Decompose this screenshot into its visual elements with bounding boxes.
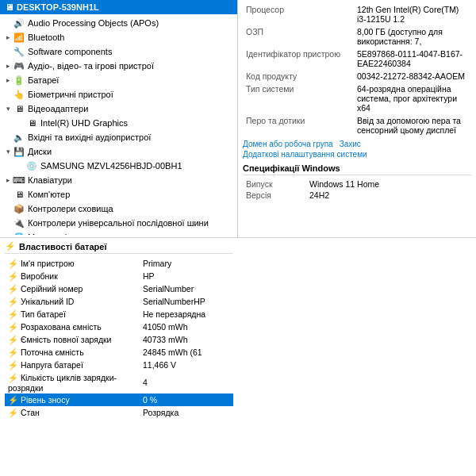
expand-arrow-audio-video[interactable]: ▸	[3, 62, 13, 70]
info-value: 8,00 ГБ (доступно для використання: 7,	[354, 25, 471, 48]
battery-prop-value: Primary	[140, 257, 233, 270]
item-label-usb-ctrl: Контролери універсальної послідовної шин…	[28, 218, 237, 228]
battery-prop-value: 24845 mWh (61	[140, 346, 233, 359]
expand-arrow-bluetooth[interactable]: ▸	[3, 33, 13, 41]
info-value: 00342-21272-88342-AAОЕМ	[354, 70, 471, 83]
item-icon-audio-in-out: 🔈	[13, 131, 25, 144]
tree-item-audio-in-out[interactable]: 🔈 Вхідні та вихідні аудіопристрої	[0, 130, 237, 144]
battery-prop-label: ⚡ Виробник	[5, 270, 140, 282]
battery-property-row: ⚡ Тип батареї Не перезарядна	[5, 308, 233, 321]
item-icon-usb-ctrl: 🔌	[13, 217, 25, 229]
info-label: Код продукту	[243, 70, 354, 83]
battery-title: ⚡ Властивості батареї	[5, 241, 233, 254]
battery-row-icon: ⚡	[8, 335, 18, 344]
tree-item-audio-video[interactable]: ▸ 🎮 Аудіо-, відео- та ігрові пристрої	[0, 59, 237, 73]
battery-prop-value: 0 %	[140, 393, 233, 406]
item-icon-intel-uhd: 🖥	[25, 117, 38, 129]
expand-arrow-disks[interactable]: ▾	[3, 148, 13, 155]
battery-properties-panel: ⚡ Властивості батареї ⚡ Ім'я пристрою Pr…	[0, 238, 238, 476]
battery-property-row: ⚡ Ємність повної зарядки 40733 mWh	[5, 333, 233, 346]
battery-prop-value: 40733 mWh	[140, 333, 233, 346]
tree-item-disks[interactable]: ▾ 💾 Диски	[0, 144, 237, 159]
battery-property-row: ⚡ Виробник HP	[5, 270, 233, 282]
item-label-videoadapters: Відеоадаптери	[28, 104, 237, 113]
item-icon-keyboards: ⌨	[13, 174, 25, 186]
tree-item-bluetooth[interactable]: ▸ 📶 Bluetooth	[0, 30, 237, 44]
expand-arrow-batteries[interactable]: ▸	[3, 76, 13, 84]
computer-icon: 🖥	[5, 2, 13, 12]
battery-property-row: ⚡ Кількість циклів зарядки-розрядки 4	[5, 371, 233, 393]
battery-prop-label: ⚡ Ємність повної зарядки	[5, 333, 140, 346]
tree-item-keyboards[interactable]: ▸ ⌨ Клавіатури	[0, 173, 237, 187]
battery-prop-label: ⚡ Поточна ємність	[5, 346, 140, 359]
item-icon-audio-video: 🎮	[13, 60, 25, 72]
item-icon-disks: 💾	[13, 145, 25, 158]
battery-prop-value: 4	[140, 371, 233, 393]
item-label-computer: Комп'ютер	[28, 190, 237, 199]
tree-item-intel-uhd[interactable]: 🖥 Intel(R) UHD Graphics	[0, 116, 237, 130]
battery-property-row: ⚡ Розрахована ємність 41050 mWh	[5, 321, 233, 333]
battery-property-row: ⚡ Напруга батареї 11,466 V	[5, 359, 233, 371]
item-icon-samsung: 💿	[25, 159, 38, 172]
item-icon-biometric: 👆	[13, 88, 25, 101]
battery-title-icon: ⚡	[5, 241, 16, 251]
battery-row-icon: ⚡	[8, 284, 18, 294]
battery-prop-label: ⚡ Розрахована ємність	[5, 321, 140, 333]
tree-item-software[interactable]: 🔧 Software components	[0, 44, 237, 59]
tree-item-computer[interactable]: 🖥 Комп'ютер	[0, 187, 237, 202]
battery-row-icon: ⚡	[8, 347, 18, 357]
related-links-row[interactable]: Домен або робоча групаЗахис	[243, 140, 471, 148]
battery-prop-label: ⚡ Кількість циклів зарядки-розрядки	[5, 371, 140, 393]
battery-prop-value: 11,466 V	[140, 359, 233, 371]
item-label-bluetooth: Bluetooth	[28, 33, 237, 42]
expand-arrow-videoadapters[interactable]: ▾	[3, 105, 13, 113]
battery-prop-label: ⚡ Ім'я пристрою	[5, 257, 140, 270]
system-info-row: Ідентифікатор пристрою 5E897868-0111-404…	[243, 48, 471, 70]
tree-item-biometric[interactable]: 👆 Біометричні пристрої	[0, 87, 237, 102]
info-label: Ідентифікатор пристрою	[243, 48, 354, 70]
battery-prop-label: ⚡ Унікальний ID	[5, 295, 140, 308]
battery-property-row: ⚡ Стан Розрядка	[5, 406, 233, 419]
info-value: 5E897868-0111-4047-B167-EAE22460384	[354, 48, 471, 70]
battery-prop-label: ⚡ Тип батареї	[5, 308, 140, 321]
win-spec-value: 24H2	[306, 190, 471, 201]
windows-spec-title: Специфікації Windows	[243, 163, 471, 175]
tree-item-apo[interactable]: 🔊 Audio Processing Objects (APOs)	[0, 16, 237, 30]
battery-property-row: ⚡ Унікальний ID SerialNumberHP	[5, 295, 233, 308]
item-icon-batteries: 🔋	[13, 74, 25, 86]
expand-arrow-keyboards[interactable]: ▸	[3, 176, 13, 184]
battery-prop-label: ⚡ Рівень зносу	[5, 393, 140, 406]
battery-row-icon: ⚡	[8, 259, 18, 268]
win-spec-value: Windows 11 Home	[306, 178, 471, 190]
device-manager-titlebar: 🖥 DESKTOP-539NH1L	[0, 0, 237, 14]
battery-prop-value: HP	[140, 270, 233, 282]
related-link[interactable]: Захис	[340, 140, 361, 148]
info-value: 64-розрядна операційна система, прог арх…	[354, 83, 471, 114]
item-icon-videoadapters: 🖥	[13, 102, 25, 115]
system-info-row: Перо та дотики Ввід за допомогою пера та…	[243, 114, 471, 136]
battery-row-icon: ⚡	[8, 408, 18, 417]
windows-spec-section: Специфікації Windows Випуск Windows 11 H…	[243, 163, 471, 201]
tree-item-batteries[interactable]: ▸ 🔋 Батареї	[0, 73, 237, 87]
battery-prop-label: ⚡ Стан	[5, 406, 140, 419]
item-icon-bluetooth: 📶	[13, 31, 25, 44]
info-label: Процесор	[243, 3, 354, 25]
item-label-keyboards: Клавіатури	[28, 175, 237, 185]
item-label-audio-video: Аудіо-, відео- та ігрові пристрої	[28, 61, 237, 71]
tree-item-usb-ctrl[interactable]: 🔌 Контролери універсальної послідовної ш…	[0, 216, 237, 230]
battery-row-icon: ⚡	[8, 373, 18, 382]
battery-prop-value: Не перезарядна	[140, 308, 233, 321]
device-manager-title: DESKTOP-539NH1L	[17, 2, 99, 12]
item-icon-software: 🔧	[13, 45, 25, 58]
related-link[interactable]: Домен або робоча група	[243, 140, 333, 148]
tree-item-videoadapters[interactable]: ▾ 🖥 Відеоадаптери	[0, 102, 237, 116]
tree-item-storage-ctrl[interactable]: 📦 Контролери сховища	[0, 202, 237, 216]
system-info-panel: Процесор 12th Gen Intel(R) Core(TM) i3-1…	[238, 0, 476, 238]
tree-item-network[interactable]: 🌐 Мережеві адаптери	[0, 230, 237, 235]
tree-item-samsung[interactable]: 💿 SAMSUNG MZVL4256HBJD-00BH1	[0, 159, 237, 173]
battery-row-icon: ⚡	[8, 322, 18, 332]
additional-settings-link-text[interactable]: Додаткові налаштування системи	[243, 150, 471, 159]
device-manager-tree[interactable]: 🔊 Audio Processing Objects (APOs) ▸ 📶 Bl…	[0, 14, 237, 235]
item-label-biometric: Біометричні пристрої	[28, 90, 237, 99]
win-spec-row: Випуск Windows 11 Home	[243, 178, 471, 190]
